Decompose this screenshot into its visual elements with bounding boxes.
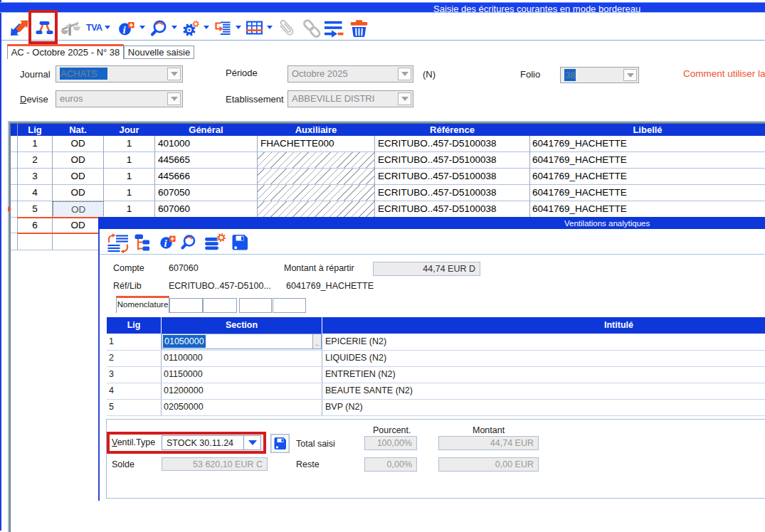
panel-cell-intitule[interactable]: BEAUTE SANTE (N2) xyxy=(325,383,759,399)
etablissement-dropdown-button[interactable] xyxy=(398,92,411,105)
cell-nat[interactable]: OD xyxy=(53,184,103,201)
tab-empty-1[interactable] xyxy=(169,298,203,313)
panel-save-icon[interactable] xyxy=(231,233,250,252)
col-auxiliaire-header[interactable]: Auxiliaire xyxy=(258,124,374,136)
cell-jour[interactable]: 1 xyxy=(104,151,154,168)
cell-general[interactable]: 445666 xyxy=(158,168,257,184)
cell-general[interactable]: 607050 xyxy=(158,184,257,201)
cell-nat-selected[interactable]: OD xyxy=(53,201,104,218)
cell-lig[interactable]: 1 xyxy=(18,136,52,151)
panel-cell-intitule[interactable]: ENTRETIEN (N2) xyxy=(325,366,759,383)
help-link[interactable]: Comment utiliser la xyxy=(683,68,765,79)
panel-info-icon[interactable]: i xyxy=(159,233,178,252)
table-dropdown-arrow[interactable] xyxy=(267,26,273,29)
cell-libelle[interactable]: 6041769_HACHETTE xyxy=(532,136,765,151)
send-to-list-icon[interactable] xyxy=(213,20,232,37)
tab-nomenclature[interactable]: Nomenclature xyxy=(116,296,169,313)
list-settings-icon[interactable] xyxy=(204,233,226,252)
cell-reference[interactable]: ECRITUBO..457-D5100038 xyxy=(378,201,529,217)
panel-cell-intitule[interactable]: EPICERIE (N2) xyxy=(325,334,759,350)
periode-combo[interactable]: Octobre 2025 xyxy=(287,65,413,83)
col-libelle-header[interactable]: Libellé xyxy=(530,124,765,136)
tab-nouvelle-saisie[interactable]: Nouvelle saisie xyxy=(124,46,194,59)
cell-libelle[interactable]: 6041769_HACHETTE xyxy=(532,168,765,184)
tab-empty-3[interactable] xyxy=(239,298,272,313)
save-ventilation-button[interactable] xyxy=(270,434,290,453)
cell-libelle[interactable]: 6041769_HACHETTE xyxy=(532,184,765,201)
cell-libelle[interactable]: 6041769_HACHETTE xyxy=(532,151,765,168)
col-nat-header[interactable]: Nat. xyxy=(53,124,103,136)
cell-nat[interactable]: OD xyxy=(53,168,103,184)
exit-icon[interactable] xyxy=(9,18,30,38)
cell-lig[interactable]: 2 xyxy=(18,151,52,168)
col-general-header[interactable]: Général xyxy=(155,124,257,136)
journal-combo[interactable]: ACHATS xyxy=(56,65,183,83)
insert-line-icon[interactable] xyxy=(324,20,344,38)
panel-cell-intitule[interactable]: LIQUIDES (N2) xyxy=(325,350,759,366)
info-dropdown-arrow[interactable] xyxy=(139,26,145,29)
cell-auxiliaire[interactable]: FHACHETTE000 xyxy=(260,136,374,151)
panel-cell-section[interactable]: 02050000 xyxy=(164,399,319,415)
panel-cell-lig[interactable]: 1 xyxy=(109,334,159,350)
etablissement-combo[interactable]: ABBEVILLE DISTRI xyxy=(287,90,413,107)
panel-col-intitule-header[interactable]: Intitulé xyxy=(322,317,765,334)
panel-search-icon[interactable] xyxy=(179,233,199,252)
search-icon[interactable] xyxy=(149,19,169,38)
cell-nat[interactable]: OD xyxy=(53,136,103,151)
tab-ecriture-active[interactable]: AC - Octobre 2025 - N° 38 xyxy=(7,44,124,59)
tab-empty-4[interactable] xyxy=(273,298,306,313)
table-icon[interactable] xyxy=(245,20,265,37)
panel-cell-intitule[interactable]: BVP (N2) xyxy=(325,399,759,415)
cell-jour[interactable]: 1 xyxy=(104,136,154,151)
periode-dropdown-button[interactable] xyxy=(398,68,411,80)
col-jour-header[interactable]: Jour xyxy=(104,124,154,136)
cell-reference[interactable]: ECRITUBO..457-D5100038 xyxy=(378,151,529,168)
col-lig-header[interactable]: Lig xyxy=(18,124,52,136)
panel-cell-lig[interactable]: 2 xyxy=(109,350,159,366)
cell-general[interactable]: 401000 xyxy=(158,136,257,151)
cell-nat[interactable]: OD xyxy=(53,218,103,233)
panel-col-lig-header[interactable]: Lig xyxy=(107,317,161,334)
info-icon[interactable]: i xyxy=(118,20,137,37)
panel-cell-lig[interactable]: 3 xyxy=(109,366,159,383)
tva-button[interactable]: TVA xyxy=(86,23,102,33)
tab-empty-2[interactable] xyxy=(203,298,237,313)
refresh-lines-icon[interactable] xyxy=(107,233,130,253)
cell-general[interactable]: 607060 xyxy=(158,201,257,217)
section-browse-button[interactable]: .. xyxy=(312,334,321,349)
section-edit-field[interactable]: 01050000 .. xyxy=(162,334,322,349)
cell-nat[interactable]: OD xyxy=(53,151,103,168)
panel-col-section-header[interactable]: Section xyxy=(162,317,322,334)
panel-cell-lig[interactable]: 5 xyxy=(109,399,159,415)
cell-reference[interactable]: ECRITUBO..457-D5100038 xyxy=(378,168,529,184)
devise-combo[interactable]: euros xyxy=(56,90,183,107)
panel-cell-section[interactable]: 01100000 xyxy=(164,350,319,366)
settings-gear-icon[interactable] xyxy=(181,19,201,38)
cell-libelle[interactable]: 6041769_HACHETTE xyxy=(532,201,765,217)
gear-dropdown-arrow[interactable] xyxy=(204,26,209,29)
cell-lig[interactable]: 5 xyxy=(18,201,52,217)
panel-cell-section[interactable]: 01200000 xyxy=(164,383,319,399)
ref-lib-value2: 6041769_HACHETTE xyxy=(286,281,374,291)
cell-lig[interactable]: 6 xyxy=(18,218,52,233)
cell-reference[interactable]: ECRITUBO..457-D5100038 xyxy=(378,136,529,151)
tree-icon[interactable] xyxy=(134,233,152,252)
cell-lig[interactable]: 3 xyxy=(18,168,52,184)
panel-cell-section[interactable]: 01150000 xyxy=(164,366,319,383)
send-to-list-dropdown-arrow[interactable] xyxy=(236,26,241,29)
folio-combo[interactable]: 38 xyxy=(560,67,639,83)
cell-general[interactable]: 445665 xyxy=(158,151,257,168)
cell-jour[interactable]: 1 xyxy=(104,201,154,217)
cell-jour[interactable]: 1 xyxy=(104,184,154,201)
col-reference-header[interactable]: Référence xyxy=(375,124,529,136)
cell-jour[interactable]: 1 xyxy=(104,168,154,184)
devise-dropdown-button[interactable] xyxy=(167,92,181,105)
tva-dropdown-arrow[interactable] xyxy=(105,26,110,29)
panel-cell-lig[interactable]: 4 xyxy=(109,383,159,399)
cell-lig[interactable]: 4 xyxy=(18,184,52,201)
search-dropdown-arrow[interactable] xyxy=(172,26,177,29)
cell-reference[interactable]: ECRITUBO..457-D5100038 xyxy=(378,184,529,201)
delete-trash-icon[interactable] xyxy=(349,19,369,38)
journal-dropdown-button[interactable] xyxy=(167,68,181,80)
folio-dropdown-button[interactable] xyxy=(623,69,637,81)
